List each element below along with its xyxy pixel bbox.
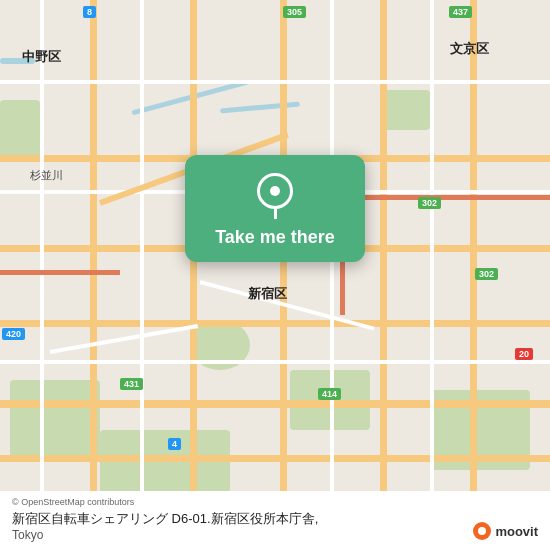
badge-305: 305	[283, 6, 306, 18]
moovit-dot-icon	[473, 522, 491, 540]
park-area-5	[380, 90, 430, 130]
badge-4: 4	[168, 438, 181, 450]
road-s3	[0, 360, 550, 364]
badge-20: 20	[515, 348, 533, 360]
road-h3	[0, 320, 550, 327]
road-h4	[0, 400, 550, 408]
location-title: 新宿区自転車シェアリング D6-01.新宿区役所本庁舎,	[12, 510, 538, 528]
take-me-there-label[interactable]: Take me there	[215, 227, 335, 248]
badge-431: 431	[120, 378, 143, 390]
road-sv4	[430, 0, 434, 500]
moovit-text: moovit	[495, 524, 538, 539]
take-me-there-popup[interactable]: Take me there	[185, 155, 365, 262]
badge-414: 414	[318, 388, 341, 400]
road-s1	[0, 80, 550, 84]
road-v1	[90, 0, 97, 500]
park-area	[10, 380, 100, 460]
road-sv2	[140, 0, 144, 500]
badge-437: 437	[449, 6, 472, 18]
map-container: 中野区 文京区 新宿区 杉並川 305 437 8 302 302 420 43…	[0, 0, 550, 550]
badge-420: 420	[2, 328, 25, 340]
road-h5	[0, 455, 550, 462]
badge-302a: 302	[418, 197, 441, 209]
badge-8: 8	[83, 6, 96, 18]
road-v4	[380, 0, 387, 500]
park-area-4	[0, 100, 40, 160]
river-1	[0, 58, 35, 64]
bottom-bar: © OpenStreetMap contributors 新宿区自転車シェアリン…	[0, 491, 550, 550]
highway-2	[340, 195, 550, 200]
pin-tail	[274, 209, 277, 219]
pin-dot	[270, 186, 280, 196]
location-pin	[257, 173, 293, 217]
location-subtitle: Tokyo	[12, 528, 538, 542]
badge-302b: 302	[475, 268, 498, 280]
pin-circle	[257, 173, 293, 209]
attribution-text: © OpenStreetMap contributors	[12, 497, 538, 507]
highway-1	[0, 270, 120, 275]
moovit-dot-inner	[478, 527, 486, 535]
road-v5	[470, 0, 477, 500]
road-sv1	[40, 0, 44, 500]
moovit-logo: moovit	[473, 522, 538, 540]
